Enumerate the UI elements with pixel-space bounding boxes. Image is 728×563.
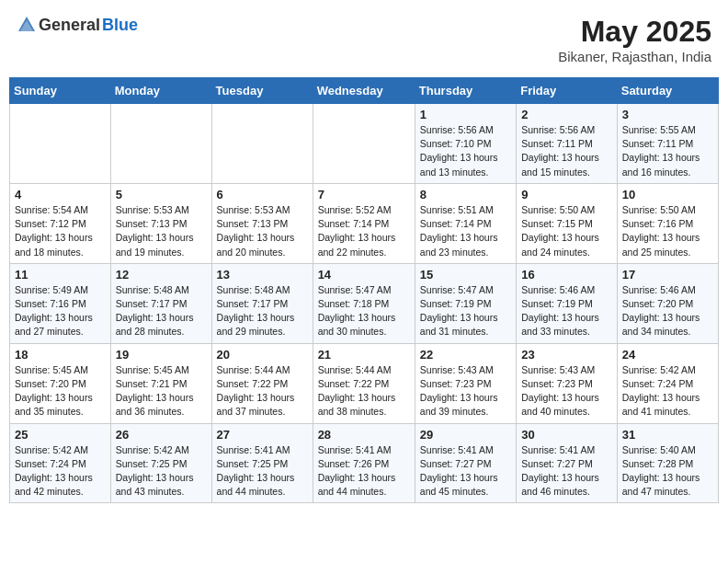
- day-cell: 2Sunrise: 5:56 AM Sunset: 7:11 PM Daylig…: [517, 104, 618, 184]
- day-cell: 15Sunrise: 5:47 AM Sunset: 7:19 PM Dayli…: [415, 263, 516, 343]
- day-cell: 28Sunrise: 5:41 AM Sunset: 7:26 PM Dayli…: [313, 423, 415, 503]
- day-cell: 29Sunrise: 5:41 AM Sunset: 7:27 PM Dayli…: [415, 423, 516, 503]
- day-info: Sunrise: 5:42 AM Sunset: 7:24 PM Dayligh…: [622, 363, 713, 419]
- day-number: 10: [622, 188, 713, 201]
- day-number: 2: [521, 108, 612, 121]
- day-cell: 22Sunrise: 5:43 AM Sunset: 7:23 PM Dayli…: [415, 343, 516, 423]
- day-cell: 1Sunrise: 5:56 AM Sunset: 7:10 PM Daylig…: [415, 104, 516, 184]
- day-cell: 8Sunrise: 5:51 AM Sunset: 7:14 PM Daylig…: [415, 183, 516, 263]
- day-cell: [110, 104, 211, 184]
- day-info: Sunrise: 5:50 AM Sunset: 7:15 PM Dayligh…: [521, 203, 612, 259]
- day-number: 23: [521, 348, 612, 362]
- day-info: Sunrise: 5:56 AM Sunset: 7:10 PM Dayligh…: [420, 123, 511, 179]
- header-wednesday: Wednesday: [313, 78, 415, 104]
- day-number: 17: [622, 268, 713, 282]
- logo-general: General: [39, 16, 100, 35]
- header-saturday: Saturday: [617, 78, 718, 104]
- day-info: Sunrise: 5:56 AM Sunset: 7:11 PM Dayligh…: [521, 123, 612, 179]
- logo-icon: [17, 15, 37, 35]
- day-info: Sunrise: 5:46 AM Sunset: 7:19 PM Dayligh…: [521, 283, 612, 339]
- day-number: 16: [521, 268, 612, 282]
- day-cell: 4Sunrise: 5:54 AM Sunset: 7:12 PM Daylig…: [10, 183, 111, 263]
- page-header: GeneralBlue May 2025 Bikaner, Rajasthan,…: [9, 9, 719, 70]
- day-number: 29: [420, 428, 511, 442]
- day-number: 24: [622, 348, 713, 362]
- day-number: 20: [217, 348, 308, 362]
- day-number: 22: [420, 348, 511, 362]
- week-row-2: 4Sunrise: 5:54 AM Sunset: 7:12 PM Daylig…: [10, 183, 719, 263]
- day-info: Sunrise: 5:48 AM Sunset: 7:17 PM Dayligh…: [116, 283, 207, 339]
- day-cell: 20Sunrise: 5:44 AM Sunset: 7:22 PM Dayli…: [211, 343, 313, 423]
- day-info: Sunrise: 5:53 AM Sunset: 7:13 PM Dayligh…: [116, 203, 207, 259]
- day-cell: 24Sunrise: 5:42 AM Sunset: 7:24 PM Dayli…: [617, 343, 718, 423]
- day-cell: 6Sunrise: 5:53 AM Sunset: 7:13 PM Daylig…: [211, 183, 313, 263]
- day-cell: 21Sunrise: 5:44 AM Sunset: 7:22 PM Dayli…: [313, 343, 415, 423]
- day-cell: 18Sunrise: 5:45 AM Sunset: 7:20 PM Dayli…: [10, 343, 111, 423]
- day-number: 25: [15, 428, 106, 442]
- day-cell: 3Sunrise: 5:55 AM Sunset: 7:11 PM Daylig…: [617, 104, 718, 184]
- day-info: Sunrise: 5:53 AM Sunset: 7:13 PM Dayligh…: [217, 203, 308, 259]
- day-cell: 12Sunrise: 5:48 AM Sunset: 7:17 PM Dayli…: [110, 263, 211, 343]
- day-info: Sunrise: 5:41 AM Sunset: 7:27 PM Dayligh…: [521, 443, 612, 500]
- day-info: Sunrise: 5:41 AM Sunset: 7:26 PM Dayligh…: [318, 443, 410, 500]
- day-info: Sunrise: 5:50 AM Sunset: 7:16 PM Dayligh…: [622, 203, 713, 259]
- day-info: Sunrise: 5:52 AM Sunset: 7:14 PM Dayligh…: [318, 203, 410, 259]
- day-cell: 9Sunrise: 5:50 AM Sunset: 7:15 PM Daylig…: [517, 183, 618, 263]
- day-cell: 13Sunrise: 5:48 AM Sunset: 7:17 PM Dayli…: [211, 263, 313, 343]
- header-sunday: Sunday: [10, 78, 111, 104]
- day-cell: 17Sunrise: 5:46 AM Sunset: 7:20 PM Dayli…: [617, 263, 718, 343]
- day-cell: 16Sunrise: 5:46 AM Sunset: 7:19 PM Dayli…: [517, 263, 618, 343]
- day-cell: [10, 104, 111, 184]
- day-number: 26: [116, 428, 207, 442]
- day-cell: 7Sunrise: 5:52 AM Sunset: 7:14 PM Daylig…: [313, 183, 415, 263]
- day-info: Sunrise: 5:45 AM Sunset: 7:20 PM Dayligh…: [15, 363, 106, 419]
- day-cell: 5Sunrise: 5:53 AM Sunset: 7:13 PM Daylig…: [110, 183, 211, 263]
- day-cell: 25Sunrise: 5:42 AM Sunset: 7:24 PM Dayli…: [10, 423, 111, 503]
- day-cell: 10Sunrise: 5:50 AM Sunset: 7:16 PM Dayli…: [617, 183, 718, 263]
- day-cell: 14Sunrise: 5:47 AM Sunset: 7:18 PM Dayli…: [313, 263, 415, 343]
- day-number: 13: [217, 268, 308, 282]
- header-thursday: Thursday: [415, 78, 516, 104]
- day-info: Sunrise: 5:42 AM Sunset: 7:24 PM Dayligh…: [15, 443, 106, 500]
- day-info: Sunrise: 5:49 AM Sunset: 7:16 PM Dayligh…: [15, 283, 106, 339]
- day-cell: 27Sunrise: 5:41 AM Sunset: 7:25 PM Dayli…: [211, 423, 313, 503]
- day-info: Sunrise: 5:44 AM Sunset: 7:22 PM Dayligh…: [217, 363, 308, 419]
- day-number: 19: [116, 348, 207, 362]
- day-number: 31: [622, 428, 713, 442]
- day-info: Sunrise: 5:55 AM Sunset: 7:11 PM Dayligh…: [622, 123, 713, 179]
- day-info: Sunrise: 5:44 AM Sunset: 7:22 PM Dayligh…: [318, 363, 410, 419]
- day-info: Sunrise: 5:47 AM Sunset: 7:19 PM Dayligh…: [420, 283, 511, 339]
- day-info: Sunrise: 5:46 AM Sunset: 7:20 PM Dayligh…: [622, 283, 713, 339]
- day-cell: 31Sunrise: 5:40 AM Sunset: 7:28 PM Dayli…: [617, 423, 718, 503]
- week-row-4: 18Sunrise: 5:45 AM Sunset: 7:20 PM Dayli…: [10, 343, 719, 423]
- day-info: Sunrise: 5:41 AM Sunset: 7:25 PM Dayligh…: [217, 443, 308, 500]
- day-info: Sunrise: 5:45 AM Sunset: 7:21 PM Dayligh…: [116, 363, 207, 419]
- day-cell: 26Sunrise: 5:42 AM Sunset: 7:25 PM Dayli…: [110, 423, 211, 503]
- day-number: 27: [217, 428, 308, 442]
- day-info: Sunrise: 5:42 AM Sunset: 7:25 PM Dayligh…: [116, 443, 207, 500]
- day-number: 30: [521, 428, 612, 442]
- day-info: Sunrise: 5:54 AM Sunset: 7:12 PM Dayligh…: [15, 203, 106, 259]
- day-number: 28: [318, 428, 410, 442]
- day-number: 7: [318, 188, 410, 201]
- day-info: Sunrise: 5:48 AM Sunset: 7:17 PM Dayligh…: [217, 283, 308, 339]
- day-number: 5: [116, 188, 207, 201]
- day-number: 4: [15, 188, 106, 201]
- day-number: 8: [420, 188, 511, 201]
- logo: GeneralBlue: [17, 15, 138, 35]
- title-block: May 2025 Bikaner, Rajasthan, India: [558, 15, 711, 64]
- day-number: 1: [420, 108, 511, 121]
- header-monday: Monday: [110, 78, 211, 104]
- day-info: Sunrise: 5:47 AM Sunset: 7:18 PM Dayligh…: [318, 283, 410, 339]
- day-info: Sunrise: 5:40 AM Sunset: 7:28 PM Dayligh…: [622, 443, 713, 500]
- day-info: Sunrise: 5:41 AM Sunset: 7:27 PM Dayligh…: [420, 443, 511, 500]
- day-cell: [313, 104, 415, 184]
- header-tuesday: Tuesday: [211, 78, 313, 104]
- day-number: 15: [420, 268, 511, 282]
- header-friday: Friday: [517, 78, 618, 104]
- week-row-5: 25Sunrise: 5:42 AM Sunset: 7:24 PM Dayli…: [10, 423, 719, 503]
- day-number: 18: [15, 348, 106, 362]
- day-info: Sunrise: 5:51 AM Sunset: 7:14 PM Dayligh…: [420, 203, 511, 259]
- day-info: Sunrise: 5:43 AM Sunset: 7:23 PM Dayligh…: [420, 363, 511, 419]
- day-number: 14: [318, 268, 410, 282]
